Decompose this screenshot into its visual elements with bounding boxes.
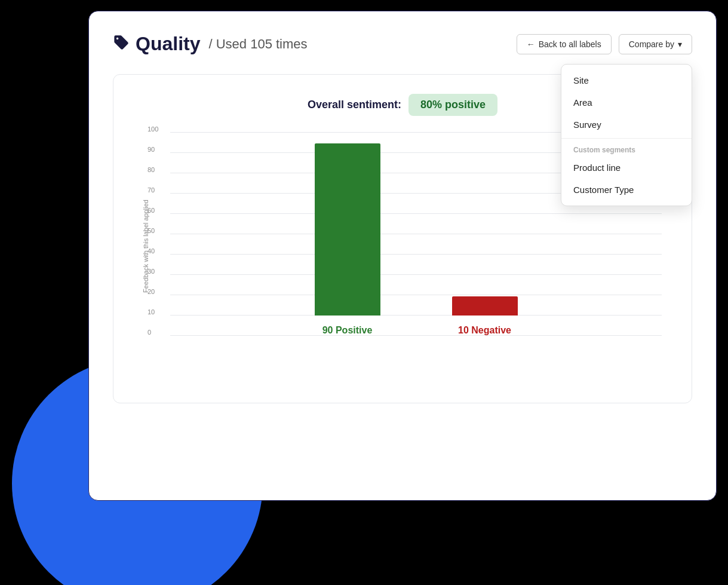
- dropdown-item-product-line[interactable]: Product line: [561, 157, 692, 179]
- dropdown-item-site[interactable]: Site: [561, 69, 692, 91]
- title-area: Quality / Used 105 times: [113, 33, 308, 55]
- header-buttons: ← Back to all labels Compare by ▾: [517, 34, 692, 54]
- back-arrow-icon: ←: [527, 39, 535, 49]
- negative-bar: [452, 296, 518, 316]
- dropdown-divider: [561, 138, 692, 139]
- page-subtitle: / Used 105 times: [208, 36, 307, 52]
- sentiment-label: Overall sentiment:: [308, 99, 401, 111]
- main-card: Quality / Used 105 times ← Back to all l…: [88, 11, 717, 501]
- chevron-down-icon: ▾: [678, 39, 682, 49]
- positive-label: 90 Positive: [322, 325, 373, 336]
- positive-bar-wrap: [315, 124, 380, 316]
- negative-bar-wrap: [452, 124, 518, 316]
- negative-label: 10 Negative: [458, 325, 511, 336]
- sentiment-badge: 80% positive: [408, 94, 497, 116]
- tag-icon: [113, 34, 130, 54]
- compare-by-button[interactable]: Compare by ▾: [619, 34, 692, 54]
- negative-bar-column: 10 Negative: [452, 124, 518, 336]
- back-to-labels-button[interactable]: ← Back to all labels: [517, 34, 612, 54]
- header: Quality / Used 105 times ← Back to all l…: [113, 33, 692, 55]
- dropdown-section-custom-segments: Custom segments: [561, 141, 692, 157]
- page-title: Quality: [136, 33, 200, 55]
- positive-bar-column: 90 Positive: [315, 124, 380, 336]
- dropdown-item-customer-type[interactable]: Customer Type: [561, 179, 692, 201]
- positive-bar: [315, 143, 380, 316]
- dropdown-item-survey[interactable]: Survey: [561, 114, 692, 136]
- compare-by-dropdown: Site Area Survey Custom segments Product…: [561, 64, 692, 206]
- dropdown-item-area[interactable]: Area: [561, 91, 692, 114]
